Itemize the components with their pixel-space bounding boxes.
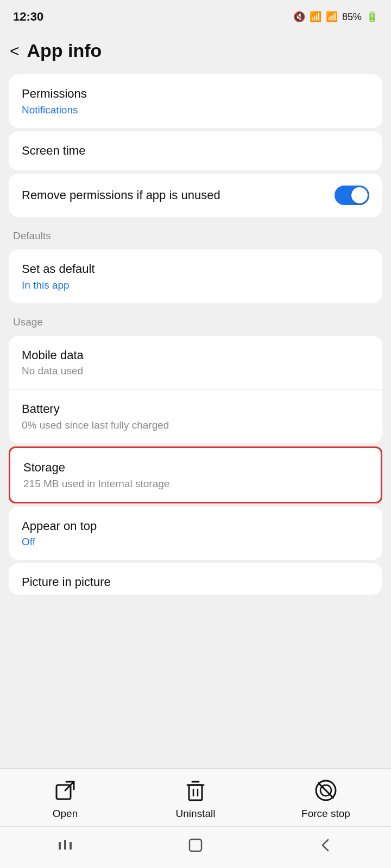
status-bar: 12:30 🔇 📶 📶 85% 🔋 — [0, 0, 391, 30]
wifi-icon: 📶 — [310, 11, 321, 23]
appear-on-top-item[interactable]: Appear on top Off — [9, 507, 382, 560]
usage-card: Mobile data No data used Battery 0% used… — [9, 336, 382, 443]
remove-permissions-card: Remove permissions if app is unused — [9, 174, 382, 217]
svg-rect-11 — [64, 840, 66, 850]
battery-icon: 🔋 — [366, 11, 378, 23]
back-nav-icon — [317, 837, 335, 854]
force-stop-button[interactable]: Force stop — [288, 777, 364, 820]
usage-label: Usage — [0, 307, 391, 333]
appear-on-top-subtitle[interactable]: Off — [22, 536, 369, 548]
open-label: Open — [53, 808, 78, 820]
signal-icon: 📶 — [326, 11, 338, 23]
screen-time-title: Screen time — [22, 143, 369, 159]
notifications-link[interactable]: Notifications — [22, 104, 369, 116]
storage-subtitle: 215 MB used in Internal storage — [23, 478, 368, 490]
permissions-title: Permissions — [22, 86, 369, 102]
permissions-card: Permissions Notifications — [9, 74, 382, 128]
svg-rect-13 — [190, 839, 201, 851]
svg-rect-2 — [189, 785, 202, 800]
remove-permissions-toggle[interactable] — [335, 186, 369, 205]
bottom-actions-bar: Open Uninstall Force stop — [0, 769, 391, 827]
uninstall-label: Uninstall — [176, 808, 216, 820]
appear-on-top-card[interactable]: Appear on top Off — [9, 507, 382, 560]
battery-title: Battery — [22, 401, 369, 417]
permissions-item[interactable]: Permissions Notifications — [9, 74, 382, 128]
open-button[interactable]: Open — [27, 777, 103, 820]
mobile-data-title: Mobile data — [22, 348, 369, 363]
uninstall-button[interactable]: Uninstall — [157, 777, 234, 820]
open-icon — [52, 777, 78, 803]
system-nav — [0, 827, 391, 868]
toggle-thumb — [351, 187, 368, 203]
storage-highlighted-card[interactable]: Storage 215 MB used in Internal storage — [9, 446, 382, 503]
home-icon — [187, 837, 204, 854]
svg-line-1 — [65, 782, 74, 790]
screen-time-item[interactable]: Screen time — [9, 131, 382, 171]
battery-level: 85% — [342, 11, 362, 23]
battery-subtitle: 0% used since last fully charged — [22, 419, 369, 431]
back-button[interactable]: < — [10, 43, 20, 59]
remove-permissions-text: Remove permissions if app is unused — [22, 187, 220, 203]
home-button[interactable] — [176, 834, 215, 858]
uninstall-icon — [182, 777, 209, 803]
appear-on-top-title: Appear on top — [22, 519, 369, 534]
set-as-default-card[interactable]: Set as default In this app — [9, 250, 382, 303]
set-as-default-item[interactable]: Set as default In this app — [9, 250, 382, 303]
pip-title: Picture in picture — [22, 575, 369, 589]
screen-time-card[interactable]: Screen time — [9, 131, 382, 171]
pip-card[interactable]: Picture in picture — [9, 563, 382, 595]
bottom-nav: Open Uninstall Force stop — [0, 768, 391, 868]
pip-item[interactable]: Picture in picture — [9, 563, 382, 595]
svg-rect-12 — [70, 842, 72, 850]
storage-title: Storage — [23, 460, 368, 476]
app-header: < App info — [0, 30, 391, 71]
svg-rect-10 — [59, 842, 61, 850]
recent-apps-button[interactable] — [46, 834, 85, 858]
mute-icon: 🔇 — [293, 11, 305, 23]
force-stop-label: Force stop — [301, 808, 350, 820]
bottom-spacer — [0, 598, 391, 685]
page-title: App info — [27, 40, 102, 61]
status-time: 12:30 — [13, 10, 43, 24]
force-stop-icon — [313, 777, 339, 803]
defaults-label: Defaults — [0, 220, 391, 246]
storage-item[interactable]: Storage 215 MB used in Internal storage — [10, 448, 381, 502]
recent-icon — [56, 837, 74, 854]
set-as-default-subtitle[interactable]: In this app — [22, 279, 369, 291]
mobile-data-subtitle: No data used — [22, 365, 369, 377]
set-as-default-title: Set as default — [22, 261, 369, 277]
status-icons: 🔇 📶 📶 85% 🔋 — [293, 11, 378, 23]
back-nav-button[interactable] — [306, 834, 345, 858]
mobile-data-item[interactable]: Mobile data No data used — [9, 336, 382, 390]
battery-item[interactable]: Battery 0% used since last fully charged — [9, 389, 382, 443]
remove-permissions-item: Remove permissions if app is unused — [9, 174, 382, 217]
